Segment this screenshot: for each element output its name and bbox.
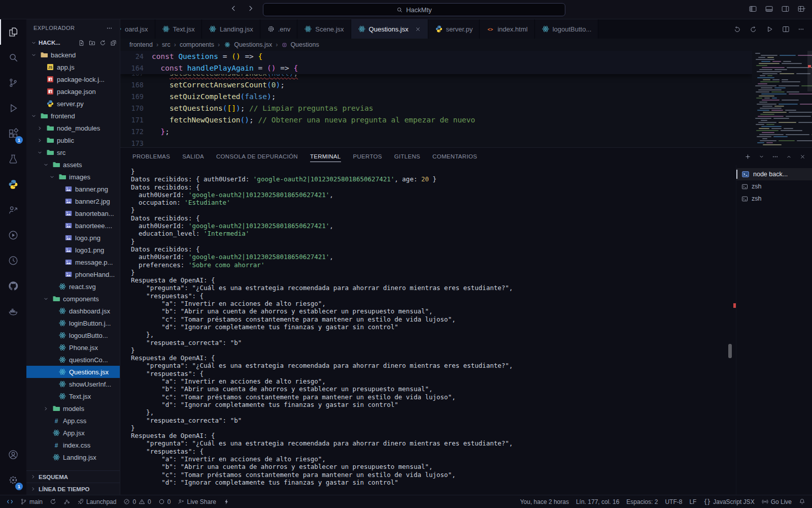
- terminal-tab-zsh[interactable]: zsh: [736, 180, 812, 193]
- panel-tab-gitlens[interactable]: GITLENS: [388, 148, 426, 165]
- tree-item-src[interactable]: src: [26, 146, 120, 158]
- breadcrumb-item-src[interactable]: src: [162, 41, 171, 48]
- tree-item-backend[interactable]: backend: [26, 49, 120, 61]
- tree-item-message-p[interactable]: message.p...: [26, 256, 120, 268]
- tab-scene-jsx[interactable]: Scene.jsx: [297, 19, 351, 39]
- section-outline[interactable]: ESQUEMA: [26, 470, 120, 483]
- tree-item-logo1-png[interactable]: logo1.png: [26, 244, 120, 256]
- editor-more-icon[interactable]: [798, 26, 804, 33]
- panel-tab-consola-de-depuraci-n[interactable]: CONSOLA DE DEPURACIÓN: [210, 148, 304, 165]
- terminal-output[interactable]: }Datos recibidos: { auth0UserId: 'google…: [120, 165, 736, 495]
- activity-explorer-icon[interactable]: [0, 19, 26, 45]
- activity-accounts-icon[interactable]: [0, 442, 26, 467]
- workspace-header[interactable]: HACK...: [26, 37, 120, 49]
- tree-item-phone-jsx[interactable]: Phone.jsx: [26, 341, 120, 354]
- tree-item-questionco[interactable]: questionCo...: [26, 354, 120, 366]
- activity-source-control-icon[interactable]: [0, 70, 26, 96]
- nav-back-icon[interactable]: [229, 4, 238, 13]
- activity-run-circle-icon[interactable]: [0, 223, 26, 248]
- sidebar-more-icon[interactable]: [106, 25, 113, 31]
- tree-item-package-lock-j[interactable]: package-lock.j...: [26, 73, 120, 85]
- customize-layout-icon[interactable]: [797, 5, 806, 13]
- activity-live-share-icon[interactable]: [0, 197, 26, 223]
- tree-item-assets[interactable]: assets: [26, 158, 120, 171]
- breadcrumb-item-questions[interactable]: Questions: [281, 41, 319, 48]
- statusbar-remote-indicator[interactable]: [3, 495, 17, 508]
- tree-item-node-modules[interactable]: node_modules: [26, 122, 120, 134]
- new-terminal-icon[interactable]: [745, 153, 751, 160]
- tree-item-landing-jsx[interactable]: Landing.jsx: [26, 451, 120, 463]
- statusbar-language-mode[interactable]: {}JavaScript JSX: [700, 498, 758, 505]
- tree-item-models[interactable]: models: [26, 402, 120, 415]
- statusbar-commit-graph[interactable]: [60, 495, 74, 508]
- tab-questions-jsx[interactable]: Questions.jsx: [351, 19, 428, 39]
- activity-extensions-icon[interactable]: 1: [0, 121, 26, 146]
- tree-item-frontend[interactable]: frontend: [26, 110, 120, 122]
- collapse-folders-icon[interactable]: [110, 40, 117, 46]
- statusbar-indentation[interactable]: Espacios: 2: [623, 498, 661, 505]
- refresh-explorer-icon[interactable]: [99, 40, 106, 46]
- statusbar-live-share[interactable]: Live Share: [174, 495, 219, 508]
- terminal-tab-node-back[interactable]: node back...: [736, 168, 812, 180]
- new-folder-icon[interactable]: [89, 40, 95, 46]
- tab-index-html[interactable]: <>index.html: [480, 19, 534, 39]
- undo-nav-icon[interactable]: [733, 25, 741, 34]
- tree-item-images[interactable]: images: [26, 171, 120, 183]
- statusbar-gitlens-blame[interactable]: You, hace 2 horas: [517, 498, 572, 505]
- activity-settings-icon[interactable]: 1: [0, 467, 26, 493]
- tree-item-banner2-jpg[interactable]: banner2.jpg: [26, 195, 120, 207]
- statusbar-cursor-position[interactable]: Lín. 177, col. 16: [572, 498, 623, 505]
- terminal-tab-zsh[interactable]: zsh: [736, 193, 812, 205]
- terminal-dropdown-icon[interactable]: [758, 153, 765, 160]
- tab-logoutbutto[interactable]: logoutButto...: [535, 19, 599, 39]
- activity-python-icon[interactable]: [0, 172, 26, 197]
- maximize-panel-icon[interactable]: [786, 153, 792, 160]
- activity-testing-icon[interactable]: [0, 146, 26, 172]
- nav-forward-icon[interactable]: [246, 4, 255, 13]
- panel-tab-puertos[interactable]: PUERTOS: [347, 148, 388, 165]
- statusbar-ports[interactable]: 0: [155, 495, 175, 508]
- tree-item-banorteee[interactable]: banorteee....: [26, 219, 120, 232]
- redo-nav-icon[interactable]: [749, 25, 758, 34]
- toggle-sidebar-icon[interactable]: [749, 5, 757, 13]
- tab-oard-jsx[interactable]: oard.jsx: [120, 19, 155, 39]
- statusbar-encoding[interactable]: UTF-8: [661, 498, 686, 505]
- close-panel-icon[interactable]: [799, 153, 806, 160]
- run-file-icon[interactable]: [765, 25, 774, 34]
- panel-tab-comentarios[interactable]: COMENTARIOS: [426, 148, 483, 165]
- tree-item-banner-png[interactable]: banner.png: [26, 183, 120, 195]
- tree-item-react-svg[interactable]: react.svg: [26, 280, 120, 293]
- tree-item-index-css[interactable]: #index.css: [26, 439, 120, 451]
- activity-github-icon[interactable]: [0, 273, 26, 299]
- editor-scrollbar[interactable]: [807, 51, 812, 91]
- tree-item-server-py[interactable]: server.py: [26, 98, 120, 110]
- code-editor[interactable]: 167 setSelectedAnswerIndex(null);168 set…: [120, 51, 812, 147]
- tree-item-questions-jsx[interactable]: Questions.jsx: [26, 366, 120, 378]
- statusbar-notifications[interactable]: [795, 498, 809, 505]
- tab-server-py[interactable]: server.py: [428, 19, 480, 39]
- tree-item-app-js[interactable]: JSapp.js: [26, 61, 120, 73]
- tab-landing-jsx[interactable]: Landing.jsx: [202, 19, 260, 39]
- statusbar-go-live[interactable]: Go Live: [758, 498, 795, 505]
- close-icon[interactable]: [415, 26, 421, 33]
- statusbar-sync[interactable]: [46, 495, 60, 508]
- toggle-panel-icon[interactable]: [765, 5, 773, 13]
- new-file-icon[interactable]: [78, 40, 85, 46]
- activity-docker-icon[interactable]: [0, 299, 26, 324]
- split-editor-icon[interactable]: [782, 25, 790, 34]
- statusbar-eol[interactable]: LF: [686, 498, 700, 505]
- tree-item-phonehand[interactable]: phoneHand...: [26, 268, 120, 280]
- breadcrumb-item-components[interactable]: components: [180, 41, 214, 48]
- tree-item-dashboard-jsx[interactable]: dashboard.jsx: [26, 305, 120, 317]
- tree-item-showuserinf[interactable]: showUserInf...: [26, 378, 120, 390]
- statusbar-problems[interactable]: 00: [120, 495, 154, 508]
- terminal-scrollbar[interactable]: [728, 344, 732, 358]
- activity-run-debug-icon[interactable]: [0, 96, 26, 121]
- activity-search-icon[interactable]: [0, 45, 26, 70]
- tree-item-components[interactable]: components: [26, 293, 120, 305]
- tree-item-loginbutton-j[interactable]: loginButton.j...: [26, 317, 120, 329]
- tree-item-package-json[interactable]: package.json: [26, 85, 120, 98]
- tree-item-app-css[interactable]: #App.css: [26, 415, 120, 427]
- tree-item-app-jsx[interactable]: App.jsx: [26, 427, 120, 439]
- statusbar-thunder[interactable]: [220, 495, 233, 508]
